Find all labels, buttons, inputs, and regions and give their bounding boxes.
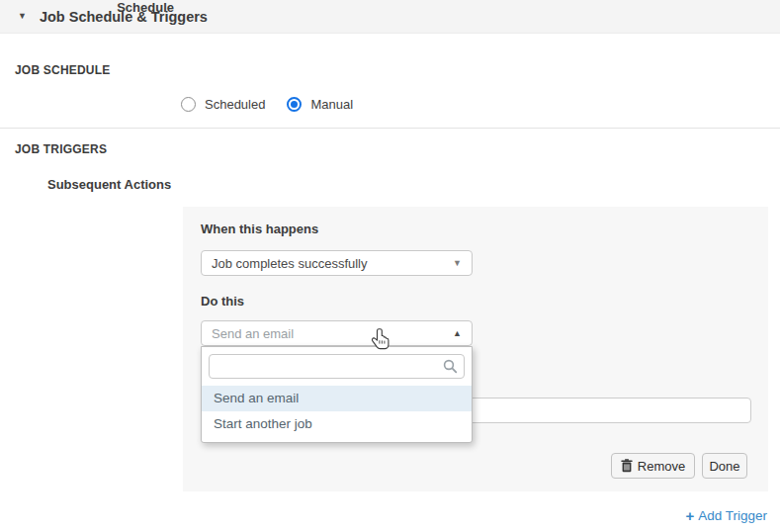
search-icon: [443, 359, 458, 374]
remove-button[interactable]: Remove: [611, 453, 695, 479]
do-this-dropdown-panel: Send an email Start another job: [201, 346, 473, 443]
chevron-down-icon: ▼: [453, 259, 462, 268]
when-this-happens-value: Job completes successfully: [212, 256, 453, 271]
do-this-label: Do this: [201, 294, 244, 309]
remove-button-label: Remove: [638, 459, 685, 474]
job-triggers-section-label: JOB TRIGGERS: [15, 142, 107, 156]
dropdown-option-send-email[interactable]: Send an email: [202, 386, 472, 411]
radio-scheduled[interactable]: [181, 97, 196, 112]
radio-scheduled-label[interactable]: Scheduled: [205, 97, 265, 112]
radio-manual-label[interactable]: Manual: [310, 97, 353, 112]
when-this-happens-select[interactable]: Job completes successfully ▼: [201, 250, 473, 276]
schedule-label: Schedule: [0, 0, 174, 15]
section-divider: [0, 128, 780, 129]
subsequent-actions-label: Subsequent Actions: [47, 177, 171, 192]
do-this-select[interactable]: Send an email ▲: [201, 320, 473, 346]
schedule-radio-group: Scheduled Manual: [181, 97, 353, 112]
job-schedule-section-label: JOB SCHEDULE: [15, 63, 110, 77]
chevron-up-icon: ▲: [453, 329, 462, 338]
do-this-value: Send an email: [212, 326, 453, 341]
radio-manual[interactable]: [287, 97, 302, 112]
dropdown-options-list: Send an email Start another job: [202, 386, 472, 437]
trash-icon: [621, 459, 633, 473]
done-button-label: Done: [709, 459, 739, 474]
plus-icon: +: [685, 508, 694, 523]
add-trigger-link[interactable]: + Add Trigger: [685, 508, 767, 523]
add-trigger-label: Add Trigger: [698, 508, 767, 523]
dropdown-option-start-another-job[interactable]: Start another job: [202, 411, 472, 437]
when-this-happens-label: When this happens: [201, 222, 318, 236]
dropdown-search-input[interactable]: [209, 354, 465, 379]
done-button[interactable]: Done: [702, 453, 747, 479]
